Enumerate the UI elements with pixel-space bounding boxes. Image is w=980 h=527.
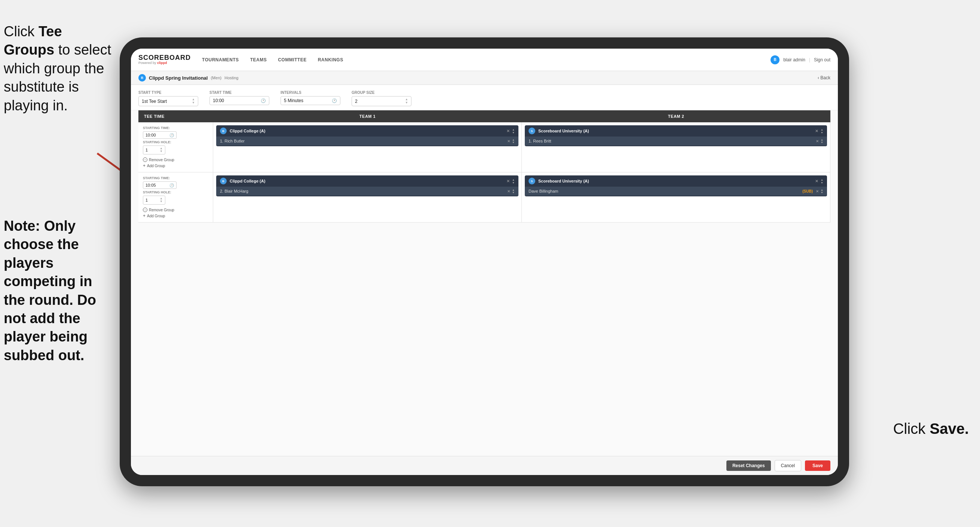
group1-hole-stepper[interactable]: ▲ ▼ bbox=[160, 147, 163, 153]
breadcrumb-left: B Clippd Spring Invitational (Men) Hosti… bbox=[138, 74, 238, 81]
group1-team2-player[interactable]: 1. Rees Britt ✕ ▲ ▼ bbox=[525, 137, 827, 145]
logo-area: SCOREBOARD Powered by clippd bbox=[138, 54, 191, 65]
group1-actions: − Remove Group + Add Group bbox=[143, 158, 208, 168]
group2-team2-header: S Scoreboard University (A) ✕ ▲ ▼ bbox=[525, 175, 827, 187]
group2-team1-player-arrows[interactable]: ▲ ▼ bbox=[512, 188, 515, 194]
instruction-note: Note: Only choose the players competing … bbox=[0, 217, 116, 365]
logo-text: SCOREBOARD bbox=[138, 54, 191, 61]
group2-add-btn[interactable]: + Add Group bbox=[143, 213, 208, 218]
group1-add-btn[interactable]: + Add Group bbox=[143, 163, 208, 168]
group2-team2-player-controls: ✕ ▲ ▼ bbox=[816, 188, 823, 194]
group1-team1-player[interactable]: 1. Rich Butler ✕ ▲ ▼ bbox=[216, 137, 519, 145]
tee-time-header: Tee Time bbox=[138, 110, 213, 122]
group2-team1-arrows[interactable]: ▲ ▼ bbox=[512, 178, 515, 184]
sign-out-link[interactable]: Sign out bbox=[814, 57, 830, 62]
nav-right: B blair admin | Sign out bbox=[770, 55, 830, 64]
remove-icon-2: − bbox=[143, 208, 147, 212]
group2-team2-player-name: Dave Billingham bbox=[528, 189, 799, 193]
nav-links: TOURNAMENTS TEAMS COMMITTEE RANKINGS bbox=[202, 55, 770, 64]
group2-team1-card[interactable]: B Clippd College (A) ✕ ▲ ▼ bbox=[216, 175, 519, 196]
start-type-input[interactable]: 1st Tee Start ▲ ▼ bbox=[138, 96, 198, 106]
nav-tournaments[interactable]: TOURNAMENTS bbox=[202, 55, 239, 64]
group2-team1-controls: ✕ ▲ ▼ bbox=[506, 178, 515, 184]
table-header: Tee Time Team 1 Team 2 bbox=[138, 110, 830, 122]
start-type-group: Start Type 1st Tee Start ▲ ▼ bbox=[138, 91, 198, 106]
group2-team1-player[interactable]: 2. Blair McHarg ✕ ▲ ▼ bbox=[216, 187, 519, 196]
nav-committee[interactable]: COMMITTEE bbox=[278, 55, 307, 64]
start-type-label: Start Type bbox=[138, 91, 198, 95]
group1-team1-header: B Clippd College (A) ✕ ▲ ▼ bbox=[216, 125, 519, 137]
start-time-label: Start Time bbox=[210, 91, 269, 95]
group2-team2-icon: S bbox=[528, 178, 535, 185]
group1-team2-card[interactable]: S Scoreboard University (A) ✕ ▲ ▼ bbox=[525, 125, 827, 146]
reset-changes-button[interactable]: Reset Changes bbox=[726, 460, 771, 471]
group-size-input[interactable]: 2 ▲ ▼ bbox=[352, 96, 412, 106]
group1-team2-name: Scoreboard University (A) bbox=[538, 129, 812, 133]
back-button[interactable]: Back bbox=[818, 75, 830, 80]
group2-team1-name: Clippd College (A) bbox=[230, 179, 503, 183]
group2-team1-remove[interactable]: ✕ bbox=[506, 179, 510, 184]
group-size-group: Group Size 2 ▲ ▼ bbox=[352, 91, 412, 106]
group1-team2-player-arrows[interactable]: ▲ ▼ bbox=[821, 139, 823, 143]
instruction-top: Click Tee Groups to select which group t… bbox=[0, 22, 116, 115]
nav-rankings[interactable]: RANKINGS bbox=[318, 55, 344, 64]
group2-team2-card[interactable]: S Scoreboard University (A) ✕ ▲ ▼ bbox=[525, 175, 827, 196]
admin-name: blair admin bbox=[783, 57, 805, 62]
start-type-stepper[interactable]: ▲ ▼ bbox=[192, 98, 195, 104]
group1-team1-remove[interactable]: ✕ bbox=[506, 129, 510, 134]
group-size-stepper[interactable]: ▲ ▼ bbox=[405, 98, 408, 104]
group1-remove-btn[interactable]: − Remove Group bbox=[143, 158, 208, 162]
group2-remove-btn[interactable]: − Remove Group bbox=[143, 208, 208, 212]
group2-time-input[interactable]: 10:05 🕐 bbox=[143, 182, 177, 189]
group-2: STARTING TIME: 10:05 🕐 STARTING HOLE: 1 … bbox=[138, 172, 830, 223]
group1-team2-remove[interactable]: ✕ bbox=[815, 129, 818, 134]
intervals-group: Intervals 5 Minutes 🕐 bbox=[280, 91, 340, 106]
group2-team1-icon: B bbox=[220, 178, 227, 185]
group2-team2-name: Scoreboard University (A) bbox=[538, 179, 812, 183]
group2-hole-input[interactable]: 1 ▲ ▼ bbox=[143, 196, 165, 205]
breadcrumb-icon: B bbox=[138, 74, 146, 81]
group2-team2-remove[interactable]: ✕ bbox=[815, 179, 818, 184]
group1-team1-name: Clippd College (A) bbox=[230, 129, 503, 133]
intervals-label: Intervals bbox=[280, 91, 340, 95]
group2-team1-player-remove[interactable]: ✕ bbox=[507, 189, 510, 193]
start-time-group: Start Time 10:00 🕐 bbox=[210, 91, 269, 106]
content-area: Start Type 1st Tee Start ▲ ▼ Start Time … bbox=[131, 85, 838, 456]
group2-starting-hole-label: STARTING HOLE: bbox=[143, 190, 208, 194]
group2-team2-player-sub: (SUB) bbox=[802, 189, 813, 193]
group1-side-panel: STARTING TIME: 10:00 🕐 STARTING HOLE: 1 … bbox=[138, 122, 213, 172]
group2-hole-stepper[interactable]: ▲ ▼ bbox=[160, 197, 163, 203]
nav-teams[interactable]: TEAMS bbox=[250, 55, 267, 64]
group1-team1-player-controls: ✕ ▲ ▼ bbox=[507, 139, 515, 143]
group1-team2-icon: S bbox=[528, 127, 535, 134]
group2-starting-time-label: STARTING TIME: bbox=[143, 176, 208, 180]
hosting-label: Hosting bbox=[224, 76, 238, 80]
group2-team2-arrows[interactable]: ▲ ▼ bbox=[821, 178, 823, 184]
group1-team1-player-arrows[interactable]: ▲ ▼ bbox=[512, 139, 515, 143]
group2-team2-cell: S Scoreboard University (A) ✕ ▲ ▼ bbox=[522, 172, 830, 222]
click-save-instruction: Click Save. bbox=[893, 420, 969, 437]
intervals-input[interactable]: 5 Minutes 🕐 bbox=[280, 96, 340, 105]
group1-hole-input[interactable]: 1 ▲ ▼ bbox=[143, 145, 165, 154]
group1-team1-card[interactable]: B Clippd College (A) ✕ ▲ ▼ bbox=[216, 125, 519, 146]
tournament-title: Clippd Spring Invitational bbox=[149, 75, 208, 81]
group1-team2-player-remove[interactable]: ✕ bbox=[816, 139, 819, 143]
group1-team2-cell: S Scoreboard University (A) ✕ ▲ ▼ bbox=[522, 122, 830, 172]
group1-team1-arrows[interactable]: ▲ ▼ bbox=[512, 128, 515, 134]
cancel-button[interactable]: Cancel bbox=[775, 460, 801, 471]
tablet-device: SCOREBOARD Powered by clippd TOURNAMENTS… bbox=[120, 37, 849, 486]
group2-team2-player-arrows[interactable]: ▲ ▼ bbox=[821, 188, 823, 194]
team1-header: Team 1 bbox=[213, 110, 522, 122]
bottom-action-bar: Reset Changes Cancel Save bbox=[131, 456, 838, 475]
group1-starting-hole-label: STARTING HOLE: bbox=[143, 140, 208, 144]
group1-team1-cell: B Clippd College (A) ✕ ▲ ▼ bbox=[213, 122, 522, 172]
group1-team1-player-remove[interactable]: ✕ bbox=[507, 139, 510, 143]
start-time-input[interactable]: 10:00 🕐 bbox=[210, 96, 269, 105]
group1-team2-arrows[interactable]: ▲ ▼ bbox=[821, 128, 823, 134]
group2-team1-cell: B Clippd College (A) ✕ ▲ ▼ bbox=[213, 172, 522, 222]
save-button[interactable]: Save bbox=[805, 460, 830, 471]
group2-team2-player-remove[interactable]: ✕ bbox=[816, 189, 819, 193]
settings-row: Start Type 1st Tee Start ▲ ▼ Start Time … bbox=[131, 85, 838, 110]
group1-time-input[interactable]: 10:00 🕐 bbox=[143, 131, 177, 139]
group2-team2-player[interactable]: Dave Billingham (SUB) ✕ ▲ ▼ bbox=[525, 187, 827, 196]
